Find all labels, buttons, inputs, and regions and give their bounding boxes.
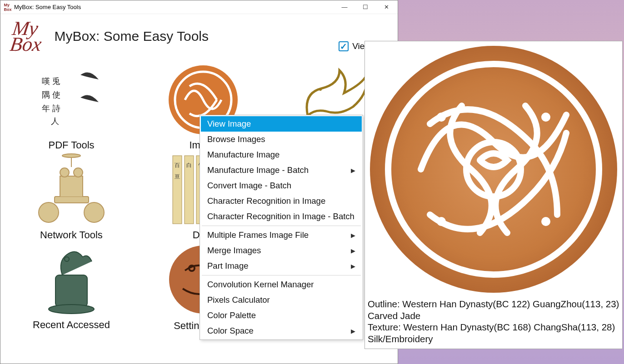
tile-recent-accessed[interactable]: Recent Accessed — [8, 241, 135, 333]
svg-text:嘆 兎: 嘆 兎 — [42, 77, 60, 86]
menu-item-label: Character Recognition in Image — [207, 196, 325, 206]
menu-item-merge-images[interactable]: Merge Images▶ — [201, 243, 362, 258]
menu-item-character-recognition-in-image-batch[interactable]: Character Recognition in Image - Batch — [201, 209, 362, 224]
svg-point-13 — [62, 154, 80, 157]
svg-point-7 — [39, 202, 59, 222]
maximize-button[interactable]: ☐ — [355, 0, 376, 14]
svg-point-32 — [541, 113, 550, 122]
svg-rect-22 — [55, 275, 87, 307]
svg-point-6 — [319, 88, 322, 91]
svg-point-31 — [437, 113, 446, 122]
recent-accessed-icon — [40, 243, 103, 316]
view-image-checkbox[interactable]: ✓ — [339, 41, 349, 51]
image-context-menu: View ImageBrowse ImagesManufacture Image… — [200, 115, 363, 340]
menu-item-manufacture-image[interactable]: Manufacture Image — [201, 147, 362, 162]
submenu-arrow-icon: ▶ — [351, 247, 355, 254]
pdf-tools-icon: 嘆 兎 隅 使 年 詩 人 — [37, 66, 105, 134]
svg-rect-9 — [55, 197, 89, 203]
menu-item-pixels-calculator[interactable]: Pixels Calculator — [201, 292, 362, 308]
menu-item-label: Part Image — [207, 261, 249, 271]
tile-network-tools[interactable]: Network Tools — [8, 151, 135, 241]
window-title: MyBox: Some Easy Tools — [14, 4, 81, 10]
menu-item-label: Color Palette — [207, 310, 256, 320]
menu-item-multiple-frames-image-file[interactable]: Multiple Frames Image File▶ — [201, 227, 362, 243]
menu-item-label: Manufacture Image - Batch — [207, 165, 309, 175]
submenu-arrow-icon: ▶ — [351, 232, 355, 239]
tile-label: Recent Accessed — [33, 319, 110, 331]
tile-label: PDF Tools — [48, 139, 94, 151]
popup-caption-line2: Texture: Western Han Dynasty(BC 168) Cha… — [368, 321, 619, 344]
menu-item-label: Manufacture Image — [207, 150, 280, 160]
svg-point-33 — [437, 217, 446, 226]
svg-text:年 詩: 年 詩 — [42, 104, 60, 113]
svg-point-11 — [74, 168, 83, 177]
svg-text:人: 人 — [51, 117, 59, 126]
tile-label: Network Tools — [40, 229, 103, 241]
menu-item-label: Browse Images — [207, 134, 265, 144]
menu-item-color-palette[interactable]: Color Palette — [201, 308, 362, 323]
svg-point-34 — [541, 217, 550, 226]
close-button[interactable]: ✕ — [376, 0, 397, 14]
svg-text:白: 白 — [186, 162, 192, 168]
menu-separator — [202, 275, 361, 275]
tile-pdf-tools[interactable]: 嘆 兎 隅 使 年 詩 人 PDF Tools — [8, 61, 135, 151]
menu-item-part-image[interactable]: Part Image▶ — [201, 258, 362, 274]
image-preview-popup: Outline: Western Han Dynasty(BC 122) Gua… — [364, 41, 623, 349]
menu-item-browse-images[interactable]: Browse Images — [201, 132, 362, 147]
network-tools-icon — [33, 153, 110, 226]
menu-item-view-image[interactable]: View Image — [201, 116, 362, 132]
app-icon: MyBox — [4, 4, 11, 11]
minimize-button[interactable]: — — [334, 0, 355, 14]
svg-point-10 — [60, 168, 69, 177]
menu-item-label: Convert Image - Batch — [207, 181, 291, 191]
svg-text:隅 使: 隅 使 — [42, 90, 60, 99]
menu-item-color-space[interactable]: Color Space▶ — [201, 323, 362, 339]
menu-item-label: Pixels Calculator — [207, 295, 270, 305]
app-logo: MyBox — [5, 19, 48, 54]
menu-item-manufacture-image-batch[interactable]: Manufacture Image - Batch▶ — [201, 162, 362, 178]
menu-item-label: Color Space — [207, 326, 254, 336]
submenu-arrow-icon: ▶ — [351, 167, 355, 174]
menu-item-convolution-kernel-manager[interactable]: Convolution Kernel Manager — [201, 277, 362, 292]
submenu-arrow-icon: ▶ — [351, 263, 355, 270]
menu-item-label: Multiple Frames Image File — [207, 230, 309, 240]
submenu-arrow-icon: ▶ — [351, 328, 355, 334]
preview-image — [366, 42, 621, 296]
svg-text:亘: 亘 — [175, 173, 180, 180]
menu-item-character-recognition-in-image[interactable]: Character Recognition in Image — [201, 193, 362, 209]
svg-text:百: 百 — [175, 162, 180, 168]
menu-item-label: Merge Images — [207, 246, 261, 256]
page-title: MyBox: Some Easy Tools — [54, 29, 209, 44]
menu-item-convert-image-batch[interactable]: Convert Image - Batch — [201, 178, 362, 193]
menu-item-label: View Image — [207, 119, 251, 129]
svg-point-24 — [65, 257, 69, 261]
menu-item-label: Convolution Kernel Manager — [207, 280, 314, 290]
svg-point-23 — [49, 305, 94, 314]
popup-caption-line1: Outline: Western Han Dynasty(BC 122) Gua… — [368, 298, 619, 321]
titlebar: MyBox MyBox: Some Easy Tools — ☐ ✕ — [0, 0, 398, 14]
menu-separator — [202, 226, 361, 226]
menu-item-label: Character Recognition in Image - Batch — [207, 212, 354, 221]
svg-point-8 — [84, 202, 104, 222]
